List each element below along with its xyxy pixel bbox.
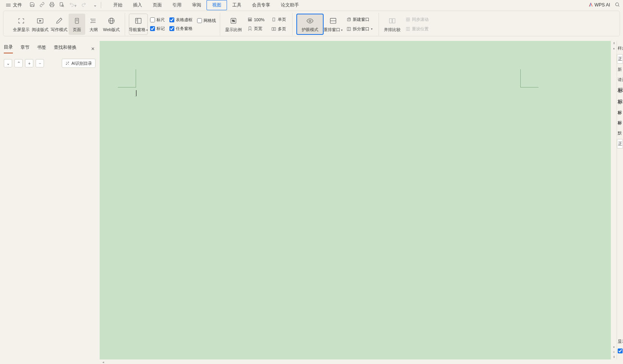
print-icon[interactable] bbox=[49, 2, 55, 8]
tab-insert[interactable]: 插入 bbox=[128, 0, 147, 10]
reading-mode-button[interactable]: 阅读版式 bbox=[31, 14, 50, 35]
svg-rect-1 bbox=[60, 2, 63, 6]
new-window-button[interactable]: 新建窗口 bbox=[344, 16, 375, 23]
split-window-button[interactable]: 拆分窗口 ▾ bbox=[344, 25, 375, 33]
menu-right: WPS AI bbox=[589, 2, 620, 8]
arrange-window-icon bbox=[329, 16, 337, 25]
tab-page[interactable]: 页面 bbox=[147, 0, 167, 10]
toc-remove-button[interactable]: － bbox=[36, 59, 44, 67]
arrange-window-button[interactable]: 重排窗口 bbox=[324, 14, 343, 35]
svg-point-47 bbox=[68, 64, 69, 64]
wps-ai-logo-icon bbox=[589, 3, 593, 7]
more-qat-icon[interactable]: ⌄ bbox=[93, 2, 97, 8]
vscroll-down-icon[interactable]: ▾ bbox=[613, 345, 615, 349]
tab-reference[interactable]: 引用 bbox=[167, 0, 187, 10]
check-task-pane[interactable]: 任务窗格 bbox=[169, 25, 193, 32]
toc-expand-up-button[interactable]: ⌃ bbox=[14, 59, 23, 67]
svg-marker-7 bbox=[39, 20, 41, 21]
style-new[interactable]: 新 bbox=[617, 64, 623, 75]
file-label: 文件 bbox=[13, 2, 22, 8]
vscroll-top-icon[interactable]: ⇞ bbox=[613, 42, 615, 45]
multi-page-button[interactable]: 多页 bbox=[269, 25, 288, 33]
svg-rect-41 bbox=[393, 19, 395, 23]
outline-view-button[interactable]: 大纲 bbox=[85, 14, 102, 35]
sidebar-tab-chapter[interactable]: 章节 bbox=[20, 44, 30, 53]
ai-toc-button[interactable]: AI识别目录 bbox=[62, 59, 95, 68]
vscroll-up-icon[interactable]: ▴ bbox=[613, 47, 615, 50]
fullscreen-icon bbox=[17, 16, 25, 25]
check-gridlines[interactable]: 网格线 bbox=[197, 17, 216, 24]
wps-ai-button[interactable]: WPS AI bbox=[589, 2, 610, 8]
hamburger-icon bbox=[6, 4, 11, 6]
page-margin-corner-tl bbox=[118, 69, 136, 87]
sidebar-tab-bookmark[interactable]: 书签 bbox=[37, 44, 46, 53]
tab-review[interactable]: 审阅 bbox=[187, 0, 207, 10]
toc-expand-down-button[interactable]: ⌄ bbox=[4, 59, 12, 67]
sidebar-tab-find[interactable]: 查找和替换 bbox=[54, 44, 77, 53]
document-page[interactable]: ⌐ bbox=[118, 52, 538, 359]
document-area[interactable]: ⌐ bbox=[100, 41, 611, 359]
page-width-button[interactable]: 页宽 bbox=[245, 25, 267, 33]
nav-pane-button[interactable]: 导航窗格 bbox=[129, 14, 148, 35]
search-icon[interactable] bbox=[615, 2, 620, 8]
fullscreen-button[interactable]: 全屏显示 bbox=[12, 14, 31, 35]
svg-point-14 bbox=[91, 19, 92, 19]
page-view-label: 页面 bbox=[73, 27, 81, 33]
zoom-icon: % bbox=[230, 16, 237, 25]
check-ruler[interactable]: 标尺 bbox=[150, 17, 165, 23]
vscroll-bottom-icon[interactable]: ⇟ bbox=[613, 355, 615, 359]
eye-protect-label: 护眼模式 bbox=[302, 27, 318, 33]
undo-icon[interactable]: ▾ bbox=[69, 2, 77, 8]
arrange-window-label: 重排窗口 bbox=[324, 27, 343, 33]
style-title-4[interactable]: 标 bbox=[617, 118, 623, 128]
horizontal-scroll-start-icon[interactable]: ◂ bbox=[102, 360, 104, 364]
side-by-side-button[interactable]: 并排比较 bbox=[383, 14, 402, 35]
svg-point-16 bbox=[91, 22, 92, 23]
file-menu-button[interactable]: 文件 bbox=[3, 1, 25, 9]
tab-start[interactable]: 开始 bbox=[108, 0, 128, 10]
one-page-button[interactable]: 单页 bbox=[269, 16, 288, 23]
tab-tools[interactable]: 工具 bbox=[227, 0, 247, 10]
tab-thesis[interactable]: 论文助手 bbox=[275, 0, 304, 10]
toc-sidebar: 目录 章节 书签 查找和替换 ✕ ⌄ ⌃ ＋ － AI识别目录 bbox=[0, 41, 99, 359]
web-icon bbox=[108, 16, 115, 25]
svg-rect-31 bbox=[274, 28, 275, 31]
check-markup[interactable]: 标记 bbox=[150, 25, 165, 32]
style-title-3[interactable]: 标 bbox=[617, 108, 623, 118]
save-icon[interactable] bbox=[30, 2, 35, 8]
toc-add-button[interactable]: ＋ bbox=[25, 59, 33, 67]
writing-mode-button[interactable]: 写作模式 bbox=[50, 14, 69, 35]
reading-label: 阅读版式 bbox=[32, 27, 49, 33]
link-icon[interactable] bbox=[39, 2, 45, 8]
check-table-border[interactable]: 表格虚框 bbox=[169, 17, 193, 23]
reading-icon bbox=[36, 16, 44, 25]
svg-point-4 bbox=[615, 3, 618, 6]
sidebar-toolbar: ⌄ ⌃ ＋ － AI识别目录 bbox=[0, 53, 99, 73]
style-default[interactable]: 默 bbox=[617, 128, 623, 138]
style-title-1[interactable]: 标 bbox=[617, 85, 623, 96]
fullscreen-label: 全屏显示 bbox=[13, 27, 30, 33]
redo-icon[interactable] bbox=[81, 2, 86, 8]
style-show-check[interactable] bbox=[617, 346, 623, 356]
style-body2[interactable]: 正 bbox=[617, 139, 623, 148]
sidebar-close-icon[interactable]: ✕ bbox=[90, 45, 95, 52]
zoom-label: 显示比例 bbox=[225, 27, 242, 33]
web-view-button[interactable]: Web版式 bbox=[102, 14, 121, 35]
tab-member[interactable]: 会员专享 bbox=[247, 0, 275, 10]
vscroll-section-icon[interactable]: ≡ bbox=[613, 350, 615, 354]
quick-access-toolbar: ▾ ⌄ bbox=[30, 2, 101, 8]
group-zoom: % 显示比例 1:1100% 页宽 单页 多页 bbox=[220, 13, 293, 36]
sidebar-tab-toc[interactable]: 目录 bbox=[4, 44, 13, 53]
style-body[interactable]: 正 bbox=[617, 54, 623, 64]
tab-view[interactable]: 视图 bbox=[207, 0, 227, 10]
eye-protect-button[interactable]: 护眼模式 bbox=[296, 14, 324, 35]
reset-position-button: 重设位置 bbox=[403, 25, 431, 33]
zoom-button[interactable]: % 显示比例 bbox=[224, 14, 243, 35]
page-view-button[interactable]: 页面 bbox=[69, 14, 85, 35]
menu-tabs: 开始 插入 页面 引用 审阅 视图 工具 会员专享 论文助手 bbox=[108, 0, 304, 10]
print-preview-icon[interactable] bbox=[59, 2, 64, 8]
style-title-2[interactable]: 标 bbox=[617, 96, 623, 108]
nav-pane-icon bbox=[134, 16, 142, 25]
zoom-100-button[interactable]: 1:1100% bbox=[245, 16, 267, 23]
svg-line-3 bbox=[63, 6, 64, 7]
